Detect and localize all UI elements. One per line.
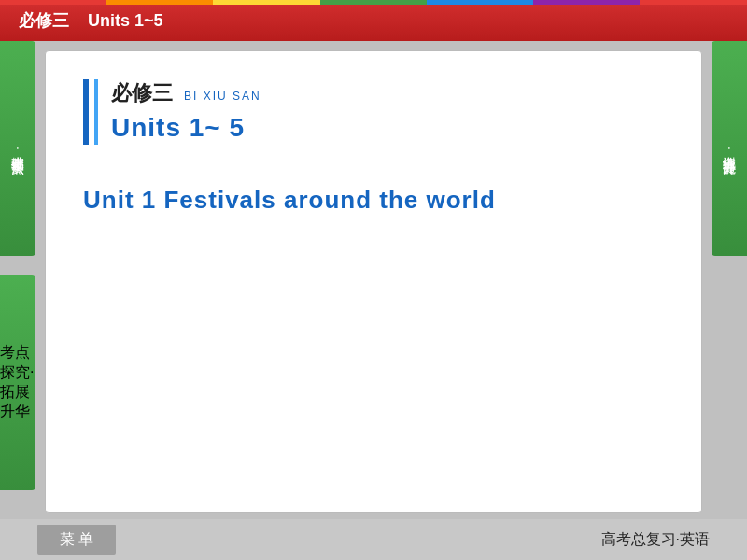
main-content: 必修三 BI XIU SAN Units 1~ 5 Unit 1 Festiva…: [45, 50, 702, 513]
header-title-units: Units 1~5: [88, 11, 163, 31]
vertical-bar-left: [83, 79, 89, 145]
bottom-right-text: 高考总复习·英语: [601, 530, 710, 550]
right-sidebar[interactable]: 综合训练·能力提升: [712, 41, 747, 256]
title-units-line: Units 1~ 5: [111, 113, 261, 143]
vertical-bar-right: [94, 79, 98, 145]
left-sidebar-top[interactable]: 基础排查·要点落实: [0, 41, 35, 256]
header-title-cn: 必修三: [19, 9, 69, 32]
title-text-block: 必修三 BI XIU SAN Units 1~ 5: [111, 79, 261, 143]
right-sidebar-label: 综合训练·能力提升: [720, 147, 740, 150]
unit-title: Unit 1 Festivals around the world: [83, 186, 664, 215]
title-block: 必修三 BI XIU SAN Units 1~ 5: [83, 79, 664, 148]
bottom-bar: 菜 单 高考总复习·英语: [0, 519, 747, 560]
menu-button[interactable]: 菜 单: [37, 525, 116, 555]
left-sidebar-top-label: 基础排查·要点落实: [8, 147, 28, 150]
title-bixiusan: 必修三: [111, 79, 173, 107]
header-bar: 必修三 Units 1~5: [0, 0, 747, 41]
title-bixiusan-pinyin: BI XIU SAN: [184, 90, 261, 103]
left-sidebar-bottom-label: 考点探究·拓展升华: [0, 343, 35, 422]
left-sidebar-bottom[interactable]: 考点探究·拓展升华: [0, 275, 35, 490]
title-cn-row: 必修三 BI XIU SAN: [111, 79, 261, 107]
title-accent-bar: 必修三 BI XIU SAN Units 1~ 5: [83, 79, 664, 145]
rainbow-stripe: [0, 0, 747, 5]
